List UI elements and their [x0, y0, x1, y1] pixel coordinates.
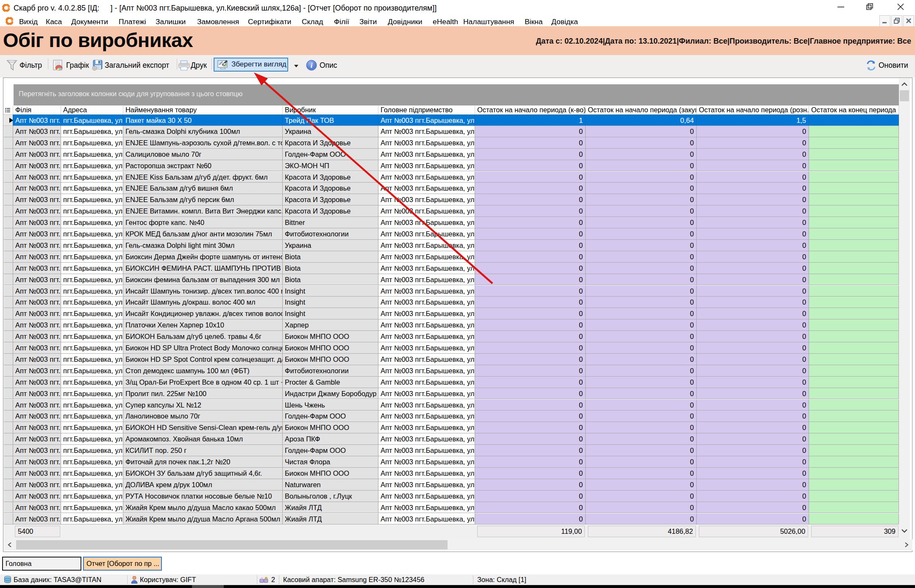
svg-text:i: i [311, 61, 313, 69]
